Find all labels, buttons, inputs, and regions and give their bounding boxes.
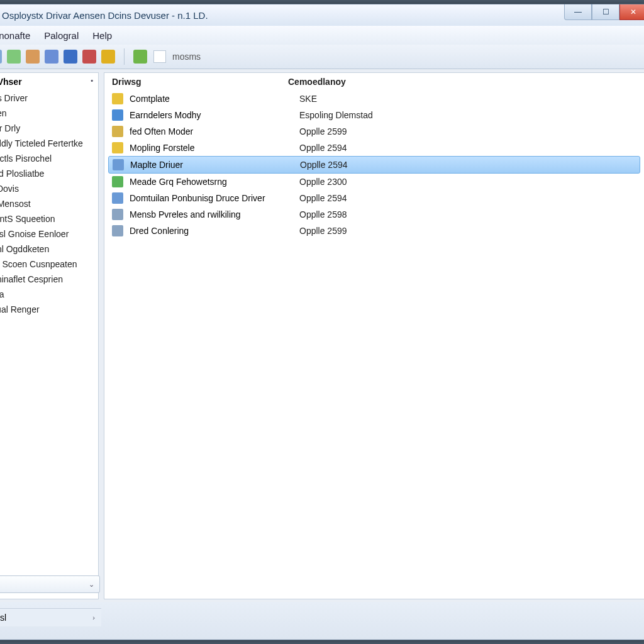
row-value: Espoling Dlemstad <box>299 110 636 120</box>
table-row[interactable]: fed Often ModerOpplle 2599 <box>104 123 644 140</box>
table-row[interactable]: Mopling ForsteleOpplle 2594 <box>104 140 644 156</box>
row-name: Mensb Pvreles and rwilkiling <box>130 209 299 219</box>
sidebar-item[interactable]: fas Driver <box>0 91 93 106</box>
bottom-panel-label: amentsl <box>0 613 6 623</box>
title-bar[interactable]: Osploystx Drivar Aensen Dcins Devuser - … <box>0 4 644 26</box>
sidebar-item[interactable]: nentS Squeetion <box>0 211 93 226</box>
dropdown-field[interactable]: ⌄ <box>0 575 100 593</box>
close-button[interactable]: ✕ <box>619 4 644 20</box>
row-name: Maplte Driuer <box>130 160 300 170</box>
stop-icon[interactable] <box>82 50 96 64</box>
sidebar-item[interactable]: sar Drly <box>0 121 93 136</box>
sidebar-item[interactable]: s Dovis <box>0 181 93 196</box>
chevron-right-icon: › <box>92 614 95 621</box>
gear-icon <box>112 142 123 153</box>
sidebar-item[interactable]: Dual Renger <box>0 302 93 317</box>
row-name: Earndelers Modhy <box>130 110 299 120</box>
play-icon[interactable] <box>133 50 147 64</box>
device-icon <box>112 109 123 121</box>
column-header-2[interactable]: Cemoedlanoy <box>288 77 636 87</box>
doc-icon[interactable] <box>0 50 2 64</box>
menu-item[interactable]: Help <box>92 30 112 41</box>
row-name: Mopling Forstele <box>130 143 299 153</box>
left-panel-title: e Vhser <box>0 77 22 87</box>
table-row[interactable]: Maplte DriuerOpplle 2594 <box>108 156 640 174</box>
row-name: Domtuilan Ponbunisg Druce Driver <box>130 193 299 203</box>
table-row[interactable]: Meade Grq FehowetsrngOpplle 2300 <box>104 174 644 190</box>
sidebar-item[interactable]: aactls Pisrochel <box>0 151 93 166</box>
sidebar-item[interactable]: e Mensost <box>0 196 93 211</box>
minimize-button[interactable]: — <box>564 4 592 20</box>
table-row[interactable]: Dred ConleringOpplle 2599 <box>104 223 644 239</box>
app-icon[interactable] <box>101 50 115 64</box>
checkbox-icon[interactable] <box>153 50 166 63</box>
row-name: fed Often Moder <box>130 126 299 136</box>
chevron-down-icon: ⌄ <box>89 580 94 589</box>
sidebar-item[interactable]: leen <box>0 106 93 121</box>
window-title: Osploystx Drivar Aensen Dcins Devuser - … <box>2 10 208 21</box>
card-icon <box>112 209 123 220</box>
left-panel: e Vhser • fas Driverleensar Drlyal ldly … <box>0 72 99 599</box>
star-icon <box>112 93 123 104</box>
globe-icon[interactable] <box>64 50 77 64</box>
toolbar-separator <box>124 48 125 65</box>
doc-icon <box>112 225 123 236</box>
sidebar-item[interactable]: olninaflet Cesprien <box>0 272 93 287</box>
menu-item[interactable]: Palogral <box>44 30 79 41</box>
bottom-panel-toggle[interactable]: amentsl › <box>0 608 101 626</box>
table-row[interactable]: ComtplateSKE <box>104 91 644 107</box>
toolbar-field-label: mosms <box>172 52 201 62</box>
driver-icon <box>113 159 124 170</box>
sidebar-item[interactable]: atisl Gnoise Eenloer <box>0 226 93 242</box>
row-name: Comtplate <box>130 94 299 104</box>
column-headers[interactable]: Driwsg Cemoedlanoy <box>104 73 644 91</box>
sidebar-item[interactable]: inta <box>0 287 93 302</box>
window-controls: — ☐ ✕ <box>564 4 644 21</box>
column-header-1[interactable]: Driwsg <box>112 77 288 87</box>
row-value: Opplle 2594 <box>300 160 636 170</box>
minimize-icon: — <box>574 8 582 16</box>
row-value: Opplle 2599 <box>299 126 636 136</box>
row-value: Opplle 2300 <box>299 177 636 187</box>
row-value: Opplle 2594 <box>299 143 636 153</box>
close-icon: ✕ <box>630 8 636 16</box>
sidebar-item[interactable]: lenl Ogddketen <box>0 242 93 257</box>
sidebar-item[interactable]: an Scoen Cusnpeaten <box>0 257 93 272</box>
table-row[interactable]: Domtuilan Ponbunisg Druce DriverOpplle 2… <box>104 190 644 206</box>
cut-icon[interactable] <box>45 50 58 64</box>
maximize-icon: ☐ <box>602 8 609 16</box>
chip-icon <box>112 126 123 137</box>
monitor-icon <box>112 192 123 204</box>
toolbar: mosms <box>0 45 644 69</box>
refresh-icon[interactable] <box>7 50 21 64</box>
app-icon <box>112 176 123 187</box>
row-value: Opplle 2594 <box>299 193 636 203</box>
client-area: e Vhser • fas Driverleensar Drlyal ldly … <box>0 70 644 602</box>
row-name: Dred Conlering <box>130 226 299 236</box>
sidebar-item[interactable]: al ldly Ticteled Fertertke <box>0 136 93 151</box>
menu-item[interactable]: Cnnonafte <box>0 30 30 41</box>
left-panel-header[interactable]: e Vhser • <box>0 73 98 91</box>
row-value: SKE <box>299 94 636 104</box>
sidebar-item[interactable]: ajid Plosliatbe <box>0 166 93 181</box>
app-window: Osploystx Drivar Aensen Dcins Devuser - … <box>0 4 644 640</box>
clipboard-icon[interactable] <box>26 50 40 64</box>
row-value: Opplle 2598 <box>299 209 636 219</box>
bottom-bar: amentsl › <box>0 602 644 640</box>
table-row[interactable]: Earndelers ModhyEspoling Dlemstad <box>104 107 644 123</box>
menu-bar: Cnnonafte Palogral Help <box>0 26 644 45</box>
maximize-button[interactable]: ☐ <box>592 4 619 20</box>
row-name: Meade Grq Fehowetsrng <box>130 177 299 187</box>
table-row[interactable]: Mensb Pvreles and rwilkilingOpplle 2598 <box>104 206 644 223</box>
right-panel: Driwsg Cemoedlanoy ComtplateSKEEarndeler… <box>104 72 644 599</box>
row-list: ComtplateSKEEarndelers ModhyEspoling Dle… <box>104 91 644 239</box>
left-panel-list: fas Driverleensar Drlyal ldly Ticteled F… <box>0 91 98 599</box>
row-value: Opplle 2599 <box>299 226 636 236</box>
collapse-icon[interactable]: • <box>91 77 93 87</box>
